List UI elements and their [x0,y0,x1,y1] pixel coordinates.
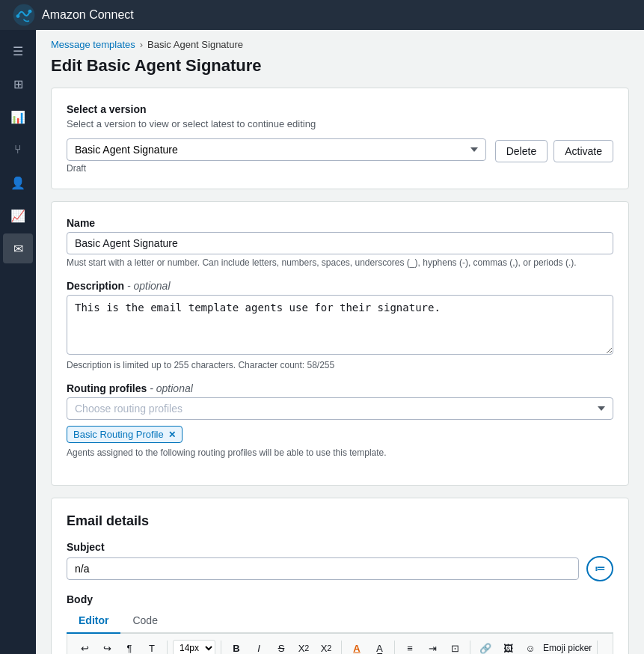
text-button[interactable]: T [142,638,162,654]
routing-tag-close[interactable]: ✕ [168,430,176,440]
sidebar-item-users[interactable]: 👤 [3,168,33,198]
redo-button[interactable]: ↪ [97,638,117,654]
font-size-select[interactable]: 14px [173,640,215,654]
sidebar-item-dashboard[interactable]: ⊞ [3,69,33,99]
description-field-group: Description - optional This is the email… [67,280,613,370]
breadcrumb: Message templates › Basic Agent Signatur… [36,30,644,53]
sidebar-item-routing[interactable]: ⑂ [3,135,33,165]
toolbar-sep-2 [221,641,221,654]
version-dropdown[interactable]: Basic Agent Signature [67,138,486,161]
form-section: Name Must start with a letter or number.… [51,201,629,486]
image-button[interactable]: 🖼 [498,638,518,654]
subject-row: ≔ [67,556,613,581]
routing-dropdown[interactable]: Choose routing profiles [67,397,613,420]
routing-icon: ⑂ [14,143,22,156]
version-sublabel: Select a version to view or select lates… [67,118,613,129]
routing-optional: - optional [150,382,193,394]
app-logo-icon [12,3,36,27]
svg-point-2 [28,10,32,13]
tab-code[interactable]: Code [120,608,169,634]
description-hint: Description is limited up to 255 charact… [67,360,613,370]
app-logo: Amazon Connect [12,3,134,27]
users-icon: 👤 [10,176,25,190]
body-label: Body [67,593,613,605]
paragraph-button[interactable]: ¶ [120,638,139,654]
tab-editor[interactable]: Editor [67,608,120,634]
name-label: Name [67,217,613,229]
routing-dropdown-wrap: Choose routing profiles [67,397,613,420]
sidebar-item-menu[interactable]: ☰ [3,36,33,66]
superscript-button[interactable]: X2 [294,638,313,654]
subject-attr-button[interactable]: ≔ [586,556,613,581]
indent-button[interactable]: ⇥ [423,638,442,654]
toolbar-sep-5 [470,641,470,654]
menu-icon: ☰ [13,44,23,58]
subject-input[interactable] [67,557,579,580]
bold-button[interactable]: B [227,638,246,654]
emoji-picker-label[interactable]: Emoji picker [543,643,592,653]
table-delete-button[interactable]: ⊡ [445,638,464,654]
routing-field-group: Routing profiles - optional Choose routi… [67,382,613,458]
emoji-button[interactable]: ☺ [521,638,540,654]
description-textarea[interactable]: This is the email template agents use fo… [67,295,613,355]
breadcrumb-separator: › [140,39,143,50]
italic-button[interactable]: I [249,638,269,654]
toolbar-sep-6 [597,641,598,654]
page-title: Edit Basic Agent Signature [36,53,644,88]
toolbar-sep-4 [394,641,395,654]
toolbar-sep-3 [341,641,342,654]
version-label: Select a version [67,103,613,115]
performance-icon: 📈 [10,209,25,223]
dashboard-icon: ⊞ [13,77,23,91]
analytics-icon: 📊 [10,110,25,124]
version-actions: Delete Activate [495,138,613,162]
undo-button[interactable]: ↩ [75,638,94,654]
activate-button[interactable]: Activate [553,140,613,162]
strikethrough-button[interactable]: S [272,638,291,654]
subject-label: Subject [67,541,613,553]
routing-tag-label: Basic Routing Profile [73,429,164,440]
name-hint: Must start with a letter or number. Can … [67,257,613,268]
app-layout: ☰ ⊞ 📊 ⑂ 👤 📈 ✉ Message templates › Basic … [0,30,644,654]
svg-point-1 [16,14,20,18]
name-input[interactable] [67,232,613,254]
sidebar-item-templates[interactable]: ✉ [3,233,33,263]
highlight-button[interactable]: A̲ [369,638,389,654]
link-button[interactable]: 🔗 [476,638,495,654]
breadcrumb-current: Basic Agent Signature [147,39,243,50]
sidebar: ☰ ⊞ 📊 ⑂ 👤 📈 ✉ [0,30,36,654]
version-selector-row: Basic Agent Signature Draft Delete Activ… [67,138,613,174]
sidebar-item-analytics[interactable]: 📊 [3,102,33,132]
routing-tag: Basic Routing Profile ✕ [67,426,183,443]
description-label: Description - optional [67,280,613,292]
name-field-group: Name Must start with a letter or number.… [67,217,613,268]
version-dropdown-wrap: Basic Agent Signature Draft [67,138,486,174]
templates-icon: ✉ [13,242,23,256]
routing-help: Agents assigned to the following routing… [67,447,613,458]
font-color-button[interactable]: A [347,638,367,654]
top-nav: Amazon Connect [0,0,644,30]
tab-bar: Editor Code [67,608,613,634]
body-field-group: Body Editor Code ↩ ↪ ¶ T 14px [67,593,613,654]
version-section: Select a version Select a version to vie… [51,88,629,189]
breadcrumb-parent[interactable]: Message templates [51,39,135,50]
delete-button[interactable]: Delete [495,140,548,162]
align-button[interactable]: ≡ [400,638,420,654]
description-optional: - optional [127,280,171,292]
version-draft-label: Draft [67,163,486,174]
editor-toolbar: ↩ ↪ ¶ T 14px B I S X2 X2 A A̲ [67,634,613,654]
app-title: Amazon Connect [42,8,134,22]
toolbar-sep-1 [167,641,168,654]
routing-label: Routing profiles - optional [67,382,613,394]
email-details-section: Email details Subject ≔ Body Editor Code [51,498,629,654]
email-section-title: Email details [67,513,613,529]
subscript-button[interactable]: X2 [316,638,336,654]
content-area: Message templates › Basic Agent Signatur… [36,30,644,654]
subject-field-group: Subject ≔ [67,541,613,581]
sidebar-item-performance[interactable]: 📈 [3,201,33,230]
